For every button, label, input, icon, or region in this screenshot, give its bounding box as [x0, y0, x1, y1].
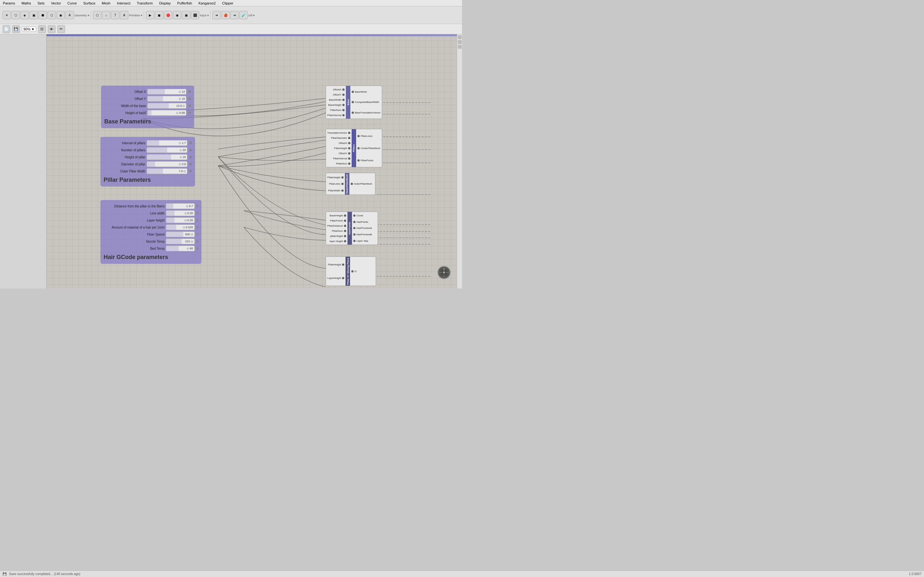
param-slider-lineWidth[interactable]: ◇ 0.20 — [166, 210, 195, 216]
connector-fiberSpeed-right[interactable] — [197, 233, 198, 235]
tb-geo-5[interactable]: ⬟ — [39, 11, 47, 19]
pillars-out-points[interactable] — [357, 159, 360, 161]
menu-pufferfish[interactable]: Pufferfish — [176, 1, 193, 5]
connector-width-base-right[interactable] — [188, 105, 191, 107]
param-slider-outerWidth[interactable]: 7.0 ◇ — [147, 168, 187, 174]
base-out-basemesh[interactable] — [352, 91, 354, 93]
base-port-pillarinterval[interactable] — [342, 114, 344, 116]
connector-outerWidth-right[interactable] — [189, 170, 192, 172]
connector-matAmt-right[interactable] — [197, 226, 198, 229]
connector-nozzleTemp-right[interactable] — [197, 240, 198, 243]
hair-out-pva[interactable] — [353, 227, 355, 229]
param-slider-numPillars[interactable]: ◇ 20 — [147, 147, 187, 153]
menu-intersect[interactable]: Intersect — [116, 1, 131, 5]
hair-out-hp[interactable] — [353, 221, 355, 223]
tb-prim-1[interactable]: ⬡ — [93, 11, 102, 19]
menu-maths[interactable]: Maths — [21, 1, 32, 5]
hair-out-const[interactable] — [353, 214, 355, 217]
tb-util-4[interactable]: 🧪 — [239, 11, 248, 19]
param-slider-diamPillar[interactable]: ◇ 0.8 — [147, 161, 187, 167]
param-slider-heightPillar[interactable]: ◇ 15 — [147, 154, 187, 160]
menu-display[interactable]: Display — [158, 1, 172, 5]
menu-params[interactable]: Params — [2, 1, 16, 5]
pillars-out-lines[interactable] — [357, 135, 360, 137]
param-slider-offsetx[interactable]: ◇ 12 — [147, 89, 186, 95]
connector-offsetx-right[interactable] — [188, 90, 191, 93]
tb-geo-1[interactable]: ✕ — [3, 11, 11, 19]
connector-bedTemp-right[interactable] — [197, 247, 198, 250]
hair-port-pilh[interactable] — [344, 235, 346, 237]
connector-heightPillar-right[interactable] — [189, 156, 192, 158]
connector-dist-right[interactable] — [197, 205, 198, 207]
outer-port-pw[interactable] — [341, 189, 344, 192]
base-port-offsety[interactable] — [342, 93, 344, 96]
tb-input-5[interactable]: ▣ — [182, 11, 190, 19]
tb-util-1[interactable]: ➜ — [212, 11, 221, 19]
hair-port-pn[interactable] — [344, 230, 346, 232]
base-port-baseheight[interactable] — [342, 104, 344, 106]
hair-port-pp[interactable] — [344, 219, 346, 222]
connector-layerHeight-right[interactable] — [197, 219, 198, 221]
zoom-display[interactable]: 90% ▼ — [22, 27, 36, 32]
pillars-port-pi[interactable] — [348, 157, 351, 160]
tb-input-3[interactable]: 🔴 — [164, 11, 172, 19]
tb-geo-3[interactable]: ◈ — [21, 11, 29, 19]
tb2-preview[interactable]: 👁 — [48, 25, 55, 33]
tb-geo-4[interactable]: ▣ — [29, 11, 38, 19]
tb2-fit[interactable]: ⊡ — [38, 25, 46, 33]
canvas[interactable]: Offset X ◇ 12 Offset Y ◇ 10 Width of the… — [47, 34, 457, 288]
connector-diamPillar-right[interactable] — [189, 163, 192, 165]
connector-interval-right[interactable] — [189, 142, 192, 144]
hair-port-bh[interactable] — [344, 214, 346, 217]
menu-kangaroo2[interactable]: Kangaroo2 — [198, 1, 217, 5]
menu-sets[interactable]: Sets — [37, 1, 45, 5]
tb-prim-3[interactable]: 7 — [111, 11, 120, 19]
pillars-port-tv[interactable] — [348, 132, 351, 134]
tb-input-1[interactable]: ▶ — [146, 11, 154, 19]
base-out-translation[interactable] — [352, 111, 354, 114]
tb-util-3[interactable]: ➜ — [230, 11, 239, 19]
menu-surface[interactable]: Surface — [82, 1, 96, 5]
param-slider-fiberSpeed[interactable]: 500 ◇ — [166, 231, 195, 237]
connector-lineWidth-right[interactable] — [197, 212, 198, 214]
pxy-port-lh[interactable] — [342, 277, 344, 279]
pxy-out-g[interactable] — [351, 270, 354, 272]
pillars-port-oy[interactable] — [348, 152, 351, 155]
menu-transform[interactable]: Transform — [136, 1, 153, 5]
pillars-port-diam[interactable] — [348, 137, 351, 139]
tb-geo-8[interactable]: A — [65, 11, 74, 19]
base-out-compwidth[interactable] — [352, 101, 354, 103]
param-slider-bedTemp[interactable]: ◇ 60 — [166, 245, 195, 251]
param-slider-width-base[interactable]: 12.0 ◇ — [147, 103, 186, 109]
connector-height-base-right[interactable] — [188, 111, 191, 114]
hair-port-pd[interactable] — [344, 225, 346, 227]
param-slider-offsety[interactable]: ◇ 10 — [147, 96, 186, 102]
pxy-port-ph[interactable] — [342, 263, 344, 266]
base-port-offsetx[interactable] — [342, 89, 344, 91]
menu-curve[interactable]: Curve — [66, 1, 78, 5]
menu-vector[interactable]: Vector — [50, 1, 62, 5]
tb2-sketch[interactable]: ✏ — [57, 25, 65, 33]
tb2-new[interactable]: 📄 — [3, 25, 10, 33]
outer-out-mesh[interactable] — [351, 183, 353, 185]
param-slider-layerHeight[interactable]: ◇ 0.20 — [166, 218, 195, 223]
pillars-out-mesh[interactable] — [357, 147, 360, 149]
outer-port-ph[interactable] — [341, 176, 344, 179]
outer-port-pl[interactable] — [341, 183, 344, 185]
connector-offsety-right[interactable] — [188, 97, 191, 100]
pillars-port-pn[interactable] — [348, 163, 351, 165]
param-slider-nozzleTemp[interactable]: 210 ◇ — [166, 239, 195, 244]
param-slider-height-base[interactable]: ◇ 0.00 — [147, 110, 186, 116]
menu-mesh[interactable]: Mesh — [101, 1, 111, 5]
tb-geo-6[interactable]: ⬡ — [47, 11, 56, 19]
hair-out-pvb[interactable] — [353, 234, 355, 235]
menu-clipper[interactable]: Clipper — [221, 1, 234, 5]
tb2-save[interactable]: 💾 — [12, 25, 20, 33]
tb-prim-4[interactable]: A — [120, 11, 128, 19]
tb-input-4[interactable]: ◉ — [173, 11, 181, 19]
tb-prim-2[interactable]: ⬦ — [102, 11, 110, 19]
tb-geo-7[interactable]: ◉ — [57, 11, 65, 19]
hair-port-lh[interactable] — [344, 240, 346, 242]
tb-geo-2[interactable]: ⬡ — [11, 11, 20, 19]
param-slider-matAmt[interactable]: ◇ 0.020 — [166, 224, 195, 230]
